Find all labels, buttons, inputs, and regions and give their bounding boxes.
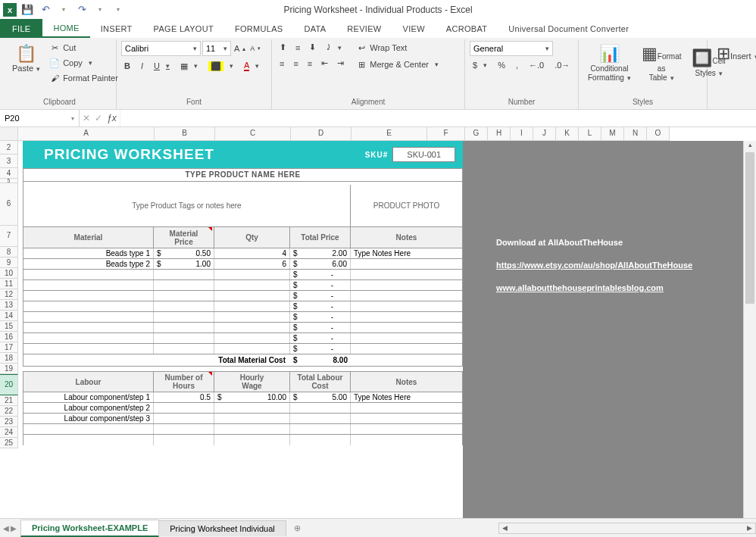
row-header[interactable]: 23: [0, 417, 18, 427]
row-header[interactable]: 25: [0, 438, 18, 448]
decrease-indent-button[interactable]: ⇤: [318, 57, 331, 70]
copy-button[interactable]: 📄Copy▾: [46, 56, 121, 70]
tab-data[interactable]: DATA: [293, 19, 336, 38]
decrease-decimal-button[interactable]: .0→: [551, 59, 573, 71]
number-format-select[interactable]: General▾: [470, 41, 553, 56]
decrease-font-button[interactable]: A▾: [248, 43, 262, 54]
increase-decimal-button[interactable]: ←.0: [526, 59, 547, 71]
fx-icon[interactable]: ƒx: [107, 113, 117, 123]
enter-formula-icon[interactable]: ✓: [95, 113, 102, 123]
tab-insert[interactable]: INSERT: [90, 19, 143, 38]
col-header[interactable]: E: [351, 127, 427, 141]
row-header[interactable]: 22: [0, 406, 18, 417]
border-button[interactable]: ▦▾: [177, 60, 201, 73]
row-header[interactable]: 18: [0, 353, 18, 364]
table-row[interactable]: $-: [23, 270, 463, 280]
col-header[interactable]: H: [488, 127, 511, 141]
table-row[interactable]: $-: [23, 291, 463, 301]
col-header[interactable]: L: [579, 127, 601, 141]
table-row[interactable]: $-: [23, 301, 463, 312]
table-row[interactable]: [23, 424, 463, 435]
align-left-button[interactable]: ≡: [276, 58, 287, 70]
table-row[interactable]: Labour component/step 1 0.5 $10.00 $5.00…: [23, 392, 463, 403]
row-header[interactable]: 19: [0, 364, 18, 374]
table-row[interactable]: Beads type 1 $0.50 4 $2.00 Type Notes He…: [23, 248, 463, 259]
font-name-select[interactable]: Calibri▾: [121, 41, 201, 56]
redo-icon[interactable]: ↷: [74, 2, 89, 17]
row-header[interactable]: 21: [0, 395, 18, 406]
format-as-table-button[interactable]: ▦Format asTable▾: [637, 41, 686, 85]
insert-cells-button[interactable]: ⊞Insert▾: [712, 41, 741, 67]
table-row[interactable]: Labour component/step 2: [23, 403, 463, 414]
font-color-button[interactable]: A▾: [241, 59, 262, 73]
col-header[interactable]: M: [601, 127, 624, 141]
row-header[interactable]: 3: [0, 155, 18, 168]
product-photo-cell[interactable]: PRODUCT PHOTO: [351, 185, 462, 226]
align-middle-button[interactable]: ≡: [292, 42, 303, 54]
tab-udc[interactable]: Universal Document Converter: [498, 19, 639, 38]
row-header[interactable]: 14: [0, 311, 18, 321]
paste-button[interactable]: 📋 Paste▾: [8, 41, 45, 76]
tab-review[interactable]: REVIEW: [336, 19, 392, 38]
row-header[interactable]: 24: [0, 427, 18, 438]
table-row[interactable]: $-: [23, 344, 463, 354]
table-row[interactable]: Labour component/step 3: [23, 414, 463, 424]
row-header[interactable]: 16: [0, 332, 18, 342]
col-header[interactable]: F: [427, 127, 465, 141]
table-row[interactable]: $-: [23, 323, 463, 333]
tab-scroll-left-icon[interactable]: ◀: [3, 524, 9, 532]
name-box[interactable]: P20▾: [0, 110, 80, 126]
row-header[interactable]: 10: [0, 268, 18, 279]
tab-view[interactable]: VIEW: [392, 19, 436, 38]
comma-button[interactable]: ,: [513, 59, 521, 71]
product-tags-cell[interactable]: Type Product Tags or notes here: [23, 185, 351, 226]
align-right-button[interactable]: ≡: [305, 58, 315, 70]
row-header[interactable]: 6: [0, 183, 18, 226]
sheet-tab-example[interactable]: Pricing Worksheet-EXAMPLE: [20, 520, 159, 537]
col-header[interactable]: I: [511, 127, 533, 141]
select-all-corner[interactable]: [0, 127, 18, 141]
row-header[interactable]: 20: [0, 374, 18, 395]
font-size-select[interactable]: 11▾: [202, 41, 231, 56]
redo-dropdown[interactable]: ▾: [92, 2, 108, 17]
tab-file[interactable]: FILE: [0, 19, 42, 38]
formula-input[interactable]: [120, 110, 756, 126]
tab-home[interactable]: HOME: [42, 19, 89, 38]
col-header[interactable]: C: [215, 127, 291, 141]
table-row[interactable]: $-: [23, 312, 463, 323]
product-name-cell[interactable]: TYPE PRODUCT NAME HERE: [23, 168, 463, 182]
table-row[interactable]: [23, 435, 463, 445]
tab-formulas[interactable]: FORMULAS: [224, 19, 294, 38]
row-header[interactable]: 4: [0, 168, 18, 179]
row-header[interactable]: 8: [0, 247, 18, 258]
underline-button[interactable]: U▾: [151, 60, 173, 72]
cut-button[interactable]: ✂Cut: [46, 41, 121, 55]
merge-center-button[interactable]: ⊞Merge & Center▾: [353, 58, 442, 71]
sheet-tab-individual[interactable]: Pricing Worksheet Individual: [158, 520, 286, 536]
format-painter-button[interactable]: 🖌Format Painter: [46, 71, 121, 85]
col-header[interactable]: A: [18, 127, 155, 141]
cancel-formula-icon[interactable]: ✕: [83, 113, 90, 123]
row-header[interactable]: 15: [0, 321, 18, 332]
row-header[interactable]: 11: [0, 279, 18, 289]
tab-scroll-right-icon[interactable]: ▶: [11, 524, 17, 532]
orientation-button[interactable]: ⤸▾: [322, 41, 345, 54]
percent-button[interactable]: %: [495, 59, 508, 71]
col-header[interactable]: N: [624, 127, 647, 141]
vertical-scrollbar[interactable]: ▴: [743, 141, 756, 518]
wrap-text-button[interactable]: ↩Wrap Text: [353, 41, 442, 55]
col-header[interactable]: O: [647, 127, 670, 141]
etsy-link[interactable]: https://www.etsy.com/au/shop/AllAboutThe…: [496, 261, 692, 270]
col-header[interactable]: J: [533, 127, 556, 141]
col-header[interactable]: D: [291, 127, 351, 141]
col-header[interactable]: B: [155, 127, 215, 141]
blog-link[interactable]: www.allaboutthehouseprintablesblog.com: [496, 283, 664, 292]
row-header[interactable]: 12: [0, 289, 18, 300]
align-center-button[interactable]: ≡: [290, 58, 301, 70]
table-row[interactable]: $-: [23, 280, 463, 291]
align-top-button[interactable]: ⬆: [276, 41, 289, 54]
accounting-format-button[interactable]: $▾: [470, 59, 490, 71]
fill-color-button[interactable]: ⬛▾: [205, 60, 236, 73]
qat-customize[interactable]: ▾: [111, 2, 126, 17]
new-sheet-button[interactable]: ⊕: [286, 520, 308, 536]
